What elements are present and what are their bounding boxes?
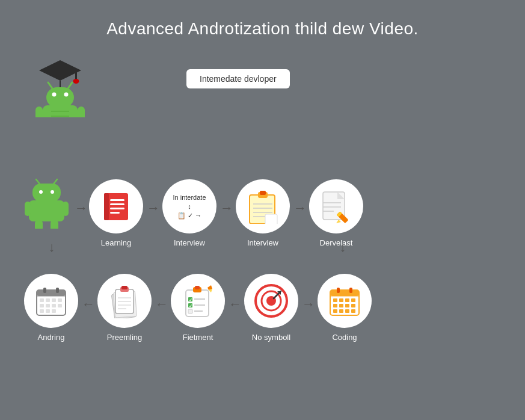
svg-rect-31 xyxy=(110,212,120,214)
svg-rect-61 xyxy=(52,309,56,313)
node-dervelast: Dervelast xyxy=(309,179,363,247)
svg-rect-23 xyxy=(63,202,69,216)
svg-text:✓: ✓ xyxy=(189,298,192,302)
svg-rect-59 xyxy=(40,309,44,313)
main-layout: Advanced Androtization thild dew Video. … xyxy=(0,0,525,420)
svg-rect-105 xyxy=(351,309,355,313)
node-fietment: ✓ ✓ Fietment xyxy=(171,274,225,342)
svg-rect-103 xyxy=(339,309,343,313)
svg-rect-82 xyxy=(188,309,192,313)
arrow-b4: → xyxy=(302,297,315,312)
android-mascot-graduation xyxy=(33,57,87,120)
arrow-1: → xyxy=(73,200,89,216)
svg-line-5 xyxy=(68,82,72,88)
flow-start-android xyxy=(24,178,69,231)
svg-rect-18 xyxy=(32,184,61,202)
svg-rect-53 xyxy=(52,298,56,302)
svg-rect-24 xyxy=(35,220,43,229)
svg-rect-6 xyxy=(46,87,74,108)
svg-rect-92 xyxy=(330,290,359,296)
label-no-symboll: No symboll xyxy=(244,333,298,342)
svg-rect-56 xyxy=(46,304,50,307)
label-preemling: Preemling xyxy=(97,333,152,342)
page-title: Advanced Androtization thild dew Video. xyxy=(0,0,525,39)
svg-text:✓: ✓ xyxy=(189,304,192,308)
svg-rect-58 xyxy=(58,304,62,307)
svg-rect-75 xyxy=(195,286,200,289)
svg-point-2 xyxy=(73,79,79,84)
node-coding: Coding xyxy=(318,274,372,342)
svg-rect-100 xyxy=(345,304,349,307)
svg-rect-54 xyxy=(58,298,62,302)
svg-rect-107 xyxy=(349,288,352,293)
svg-rect-104 xyxy=(345,309,349,313)
svg-rect-98 xyxy=(333,304,337,307)
svg-rect-63 xyxy=(56,288,59,293)
svg-rect-51 xyxy=(40,298,44,302)
svg-rect-95 xyxy=(339,298,343,302)
svg-rect-96 xyxy=(345,298,349,302)
svg-rect-10 xyxy=(35,107,43,117)
label-andring: Andring xyxy=(24,333,78,342)
svg-rect-21 xyxy=(29,200,64,221)
node-interview2: Interview xyxy=(236,179,290,247)
svg-rect-11 xyxy=(78,107,85,117)
label-fietment: Fietment xyxy=(171,333,225,342)
down-arrow-left: ↓ xyxy=(40,239,64,255)
svg-point-20 xyxy=(51,190,54,194)
arrow-3: → xyxy=(220,200,233,216)
down-arrow-right: ↓ xyxy=(331,239,355,255)
svg-rect-22 xyxy=(25,202,31,216)
svg-rect-68 xyxy=(121,286,127,289)
svg-rect-94 xyxy=(333,298,337,302)
node-learning: Learning xyxy=(89,179,143,247)
arrow-2: → xyxy=(147,200,160,216)
label-coding: Coding xyxy=(318,333,372,342)
node-andring: Andring xyxy=(24,274,78,342)
arrow-4: → xyxy=(293,200,307,216)
label-learning: Learning xyxy=(89,238,143,247)
svg-rect-25 xyxy=(51,220,58,229)
svg-marker-0 xyxy=(39,60,81,81)
svg-line-4 xyxy=(48,82,52,88)
svg-point-7 xyxy=(52,93,57,97)
svg-rect-28 xyxy=(110,199,124,201)
svg-rect-52 xyxy=(46,298,50,302)
label-interview1: Interview xyxy=(162,238,216,247)
svg-rect-27 xyxy=(104,193,109,220)
svg-rect-55 xyxy=(40,304,44,307)
svg-rect-62 xyxy=(43,288,46,293)
arrow-b1: ← xyxy=(82,297,95,312)
node-preemling: Preemling xyxy=(97,274,152,342)
arrow-b3: ← xyxy=(229,297,242,312)
svg-marker-46 xyxy=(336,220,341,223)
svg-rect-29 xyxy=(110,203,124,205)
label-interview2: Interview xyxy=(236,238,290,247)
svg-rect-97 xyxy=(351,298,355,302)
svg-rect-106 xyxy=(337,288,340,293)
svg-rect-49 xyxy=(37,290,66,296)
svg-rect-34 xyxy=(260,191,266,195)
arrow-b2: ← xyxy=(155,297,168,312)
node-interview1: In interdate↕ 📋 ✓ → Interview xyxy=(162,179,216,247)
badge: Intemedate devloper xyxy=(186,69,290,88)
svg-rect-39 xyxy=(265,214,277,224)
svg-rect-30 xyxy=(110,208,124,209)
svg-rect-60 xyxy=(46,309,50,313)
svg-rect-101 xyxy=(351,304,355,307)
node-no-symboll: No symboll xyxy=(244,274,298,342)
svg-point-19 xyxy=(39,190,43,194)
svg-point-8 xyxy=(64,93,69,97)
svg-rect-99 xyxy=(339,304,343,307)
svg-rect-57 xyxy=(52,304,56,307)
svg-rect-102 xyxy=(333,309,337,313)
